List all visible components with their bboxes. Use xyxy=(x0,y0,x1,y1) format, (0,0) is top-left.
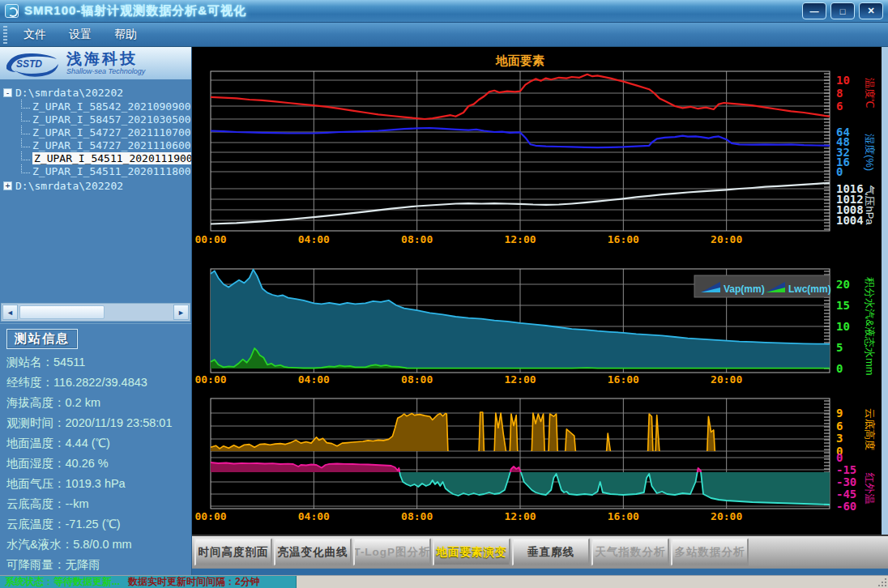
svg-text:6: 6 xyxy=(836,100,843,113)
chart-canvas: 00:0004:0008:0012:0016:0020:00地面要素1086温度… xyxy=(192,47,888,535)
tree-expand-icon[interactable]: + xyxy=(3,181,12,190)
tree-item[interactable]: Z_UPAR_I_54511_20201118000000 xyxy=(3,164,191,177)
station-field-4: 地面温度：4.44 (℃) xyxy=(6,433,185,454)
svg-text:08:00: 08:00 xyxy=(401,233,433,245)
tree-connector xyxy=(21,113,30,121)
svg-text:云底高度: 云底高度 xyxy=(864,408,876,450)
tree-item-label: Z_UPAR_I_54727_20211107000000 xyxy=(32,126,191,138)
svg-text:温度℃: 温度℃ xyxy=(864,78,876,109)
menubar: 文件设置帮助 xyxy=(0,23,888,47)
svg-text:0: 0 xyxy=(836,165,843,178)
svg-text:08:00: 08:00 xyxy=(401,510,433,522)
status-right-panel xyxy=(297,576,888,588)
svg-text:Lwc(mm): Lwc(mm) xyxy=(788,283,831,295)
svg-text:0: 0 xyxy=(836,451,843,464)
svg-text:Vap(mm): Vap(mm) xyxy=(724,283,765,295)
tree-root-0[interactable]: -D:\smrdata\202202 xyxy=(3,86,191,100)
file-tree: -D:\smrdata\202202Z_UPAR_I_58542_2021090… xyxy=(0,79,191,301)
menu-item-0[interactable]: 文件 xyxy=(12,24,58,45)
logo-name-en: Shallow-sea Technology xyxy=(66,68,145,75)
scroll-left-button[interactable]: ◄ xyxy=(2,305,18,320)
station-field-7: 云底高度：--km xyxy=(6,494,185,514)
tree-horizontal-scrollbar[interactable]: ◄ ► xyxy=(1,303,190,322)
tab-strip-spacer xyxy=(192,569,888,575)
station-field-1: 经纬度：116.2822/39.4843 xyxy=(6,373,185,393)
tab-5[interactable]: 天气指数分析 xyxy=(591,538,669,566)
menu-item-1[interactable]: 设置 xyxy=(58,24,103,45)
status-left-panel: 系统状态：等待数据更新... 数据实时更新时间间隔：2分钟 xyxy=(0,576,297,588)
app-icon xyxy=(5,4,19,18)
svg-text:20: 20 xyxy=(836,278,850,291)
station-field-10: 可降雨量：无降雨 xyxy=(6,555,185,575)
tab-1[interactable]: 亮温变化曲线 xyxy=(274,538,352,566)
scrollbar-track[interactable] xyxy=(19,305,173,320)
tree-root-label: D:\smrdata\202202 xyxy=(15,180,123,192)
station-field-2: 海拔高度：0.2 km xyxy=(6,393,185,413)
logo-swoosh-icon: SSTD xyxy=(3,49,62,77)
tree-item[interactable]: Z_UPAR_I_58542_20210909000000 xyxy=(3,100,191,113)
station-field-5: 地面湿度：40.26 % xyxy=(6,454,185,474)
svg-text:04:00: 04:00 xyxy=(298,233,330,245)
tree-item[interactable]: Z_UPAR_I_54727_20211106000000 xyxy=(3,138,191,151)
svg-text:1004: 1004 xyxy=(836,214,864,227)
menu-item-2[interactable]: 帮助 xyxy=(103,24,148,45)
tree-connector xyxy=(21,151,30,160)
svg-text:12:00: 12:00 xyxy=(504,510,536,522)
svg-text:10: 10 xyxy=(836,74,850,87)
svg-text:16:00: 16:00 xyxy=(608,373,639,386)
tab-4[interactable]: 垂直廓线 xyxy=(512,538,590,566)
main-area: 00:0004:0008:0012:0016:0020:00地面要素1086温度… xyxy=(192,47,888,575)
svg-text:-45: -45 xyxy=(836,488,856,501)
svg-text:红外温: 红外温 xyxy=(864,473,876,505)
svg-text:9: 9 xyxy=(836,407,843,420)
svg-text:8: 8 xyxy=(836,87,843,100)
tree-item-label: Z_UPAR_I_54727_20211106000000 xyxy=(32,139,191,151)
resize-grip-icon[interactable] xyxy=(877,577,887,587)
system-status-text: 系统状态：等待数据更新... xyxy=(5,576,120,588)
station-field-0: 测站名：54511 xyxy=(6,352,185,373)
tab-2[interactable]: T-LogP图分析 xyxy=(353,538,431,566)
update-interval-text: 数据实时更新时间间隔：2分钟 xyxy=(128,576,260,588)
svg-text:16:00: 16:00 xyxy=(608,510,639,522)
svg-text:20:00: 20:00 xyxy=(711,233,742,245)
svg-text:20:00: 20:00 xyxy=(711,510,742,522)
tree-item[interactable]: Z_UPAR_I_58457_20210305000000 xyxy=(3,113,191,126)
svg-text:SSTD: SSTD xyxy=(16,58,42,70)
tab-3[interactable]: 地面要素演变 xyxy=(433,538,510,566)
tree-connector xyxy=(21,100,30,109)
svg-text:04:00: 04:00 xyxy=(298,510,330,522)
station-field-9: 水汽&液水：5.8/0.0 mm xyxy=(6,535,185,555)
minimize-button[interactable]: — xyxy=(802,2,826,19)
logo: SSTD 浅海科技 Shallow-sea Technology xyxy=(0,47,191,79)
tree-connector xyxy=(21,138,30,147)
svg-text:00:00: 00:00 xyxy=(194,373,226,386)
tab-6[interactable]: 多站数据分析 xyxy=(671,538,749,566)
svg-text:0: 0 xyxy=(836,362,843,375)
tab-0[interactable]: 时间高度剖面 xyxy=(194,538,272,566)
tree-item[interactable]: Z_UPAR_I_54511_20201119000000 xyxy=(3,151,191,164)
tree-item[interactable]: Z_UPAR_I_54727_20211107000000 xyxy=(3,126,191,138)
svg-text:12:00: 12:00 xyxy=(504,373,536,386)
tree-root-1[interactable]: +D:\smrdata\202202 xyxy=(3,179,191,193)
svg-text:-60: -60 xyxy=(836,500,856,513)
scroll-right-button[interactable]: ► xyxy=(173,305,189,320)
svg-text:积分水汽&液态水mm: 积分水汽&液态水mm xyxy=(864,277,876,375)
titlebar: SMR100-辐射计观测数据分析&可视化 — □ ✕ xyxy=(0,0,888,23)
bottom-tabbar: 时间高度剖面亮温变化曲线T-LogP图分析地面要素演变垂直廓线天气指数分析多站数… xyxy=(192,535,888,569)
logo-name-cn: 浅海科技 xyxy=(66,51,145,66)
tree-collapse-icon[interactable]: - xyxy=(3,88,12,97)
svg-text:04:00: 04:00 xyxy=(298,373,330,386)
tree-connector xyxy=(21,164,30,173)
close-button[interactable]: ✕ xyxy=(859,2,883,19)
station-info-panel: 测站信息 测站名：54511经纬度：116.2822/39.4843海拔高度：0… xyxy=(0,323,191,575)
svg-text:12:00: 12:00 xyxy=(504,233,536,245)
svg-text:3: 3 xyxy=(836,432,843,445)
svg-text:08:00: 08:00 xyxy=(401,373,433,386)
svg-text:6: 6 xyxy=(836,420,843,432)
station-info-header: 测站信息 xyxy=(6,329,78,349)
maximize-button[interactable]: □ xyxy=(830,2,855,19)
scrollbar-thumb[interactable] xyxy=(19,305,105,319)
tree-item-label: Z_UPAR_I_58457_20210305000000 xyxy=(32,113,191,126)
svg-text:-15: -15 xyxy=(836,463,856,476)
svg-text:5: 5 xyxy=(836,341,843,354)
